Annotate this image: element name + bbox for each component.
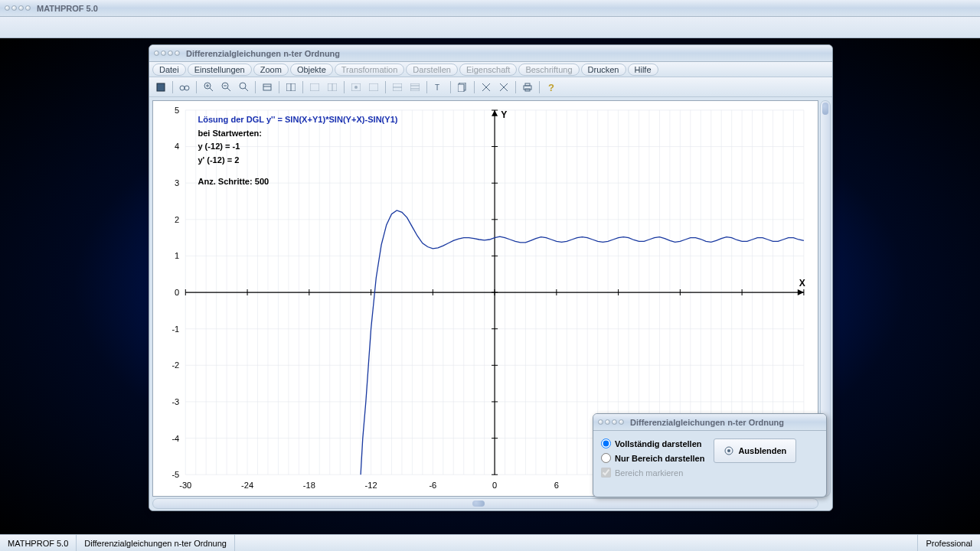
gear-icon [724,445,734,456]
svg-text:6: 6 [554,481,559,490]
svg-line-4 [210,88,213,91]
svg-text:?: ? [548,83,554,92]
svg-text:-5: -5 [172,470,179,479]
grid1-icon[interactable] [306,80,323,95]
menu-datei[interactable]: Datei [152,64,186,76]
zoom-fit-icon[interactable] [235,80,252,95]
svg-rect-35 [525,83,530,86]
plot-window-title: Differenzialgleichungen n-ter Ordnung [186,49,340,58]
svg-text:-1: -1 [172,324,179,334]
svg-marker-112 [798,289,804,295]
layout2-icon[interactable] [407,80,423,95]
svg-text:1: 1 [175,251,179,260]
svg-rect-16 [310,83,319,91]
svg-text:-24: -24 [241,481,253,490]
svg-point-166 [727,449,730,452]
svg-rect-24 [410,83,420,91]
svg-text:2: 2 [175,215,179,224]
svg-text:-30: -30 [179,481,191,490]
menu-einstellungen[interactable]: Einstellungen [188,64,252,76]
help-icon[interactable]: ? [543,80,560,95]
binoculars-icon[interactable] [176,80,193,95]
menu-drucken[interactable]: Drucken [581,64,626,76]
window-icon[interactable] [283,80,299,95]
main-title: MATHPROF 5.0 [37,4,98,13]
svg-text:Anz. Schritte: 500: Anz. Schritte: 500 [198,177,269,186]
radio-range-display[interactable]: Nur Bereich darstellen [601,453,704,463]
svg-text:0: 0 [492,481,497,490]
svg-text:Y: Y [501,109,507,120]
settings-icon[interactable] [259,80,276,95]
panel-title-bar[interactable]: Differenzialgleichungen n-ter Ordnung [593,414,826,431]
display-options-panel: Differenzialgleichungen n-ter Ordnung Vo… [593,413,827,497]
svg-text:-4: -4 [172,434,179,443]
svg-text:-12: -12 [365,481,377,490]
print-icon[interactable] [519,80,536,95]
svg-rect-12 [263,84,271,90]
menu-darstellen: Darstellen [406,64,458,76]
cross2-icon[interactable] [495,80,512,95]
zoom-out-icon[interactable] [217,80,234,95]
svg-line-8 [227,88,230,91]
svg-text:-2: -2 [172,360,179,370]
hide-button[interactable]: Ausblenden [714,439,796,463]
main-title-bar: MATHPROF 5.0 [0,0,980,17]
plot-window-title-bar[interactable]: Differenzialgleichungen n-ter Ordnung [149,45,832,62]
icon-toolbar: T ? [149,77,832,97]
grid3-icon[interactable] [348,80,364,95]
zoom-in-icon[interactable] [200,80,217,95]
menu-zoom[interactable]: Zoom [253,64,289,76]
svg-text:-18: -18 [303,481,315,490]
svg-text:Lösung der DGL y'' = SIN(X+Y1): Lösung der DGL y'' = SIN(X+Y1)*SIN(Y+X)-… [198,115,397,124]
grid2-icon[interactable] [324,80,341,95]
svg-text:T: T [435,83,439,92]
svg-text:-3: -3 [172,397,179,406]
menu-eigenschaft: Eigenschaft [459,64,517,76]
svg-text:y' (-12) = 2: y' (-12) = 2 [198,155,239,165]
text-icon[interactable]: T [430,80,447,95]
status-app-name: MATHPROF 5.0 [0,535,77,551]
svg-point-2 [185,86,189,90]
grid4-icon[interactable] [365,80,382,95]
status-bar: MATHPROF 5.0 Differenzialgleichungen n-t… [0,534,980,551]
svg-point-20 [354,86,358,89]
radio-full-display[interactable]: Vollständig darstellen [601,439,704,448]
checkbox-mark-range: Bereich markieren [601,468,704,478]
svg-text:bei Startwerten:: bei Startwerten: [198,129,262,138]
svg-text:4: 4 [175,142,179,152]
menu-hilfe[interactable]: Hilfe [628,64,658,76]
menubar: DateiEinstellungenZoomObjekteTransformat… [149,62,832,77]
desktop: Differenzialgleichungen n-ter Ordnung Da… [0,38,980,534]
copy-icon[interactable] [454,80,471,95]
menu-objekte[interactable]: Objekte [290,64,333,76]
status-module-name: Differenzialgleichungen n-ter Ordnung [77,535,235,551]
status-edition: Professional [917,535,980,551]
svg-line-11 [245,88,248,91]
panel-title: Differenzialgleichungen n-ter Ordnung [630,418,784,427]
svg-rect-29 [458,84,464,92]
svg-rect-21 [369,83,378,91]
svg-point-1 [180,86,185,90]
svg-marker-113 [492,110,498,116]
svg-text:y (-12) = -1: y (-12) = -1 [198,142,240,152]
svg-text:X: X [799,278,805,289]
cross1-icon[interactable] [478,80,495,95]
svg-rect-0 [157,83,165,91]
svg-text:-6: -6 [429,481,436,490]
menu-beschriftung: Beschriftung [518,64,579,76]
layout1-icon[interactable] [389,80,406,95]
menu-transformation: Transformation [335,64,405,76]
svg-text:5: 5 [175,106,179,115]
main-toolbar [0,17,980,38]
svg-text:3: 3 [175,178,179,187]
svg-point-10 [240,83,246,89]
svg-text:0: 0 [175,288,179,297]
stop-icon[interactable] [152,80,169,95]
plot-scrollbar-horizontal[interactable] [152,498,818,509]
